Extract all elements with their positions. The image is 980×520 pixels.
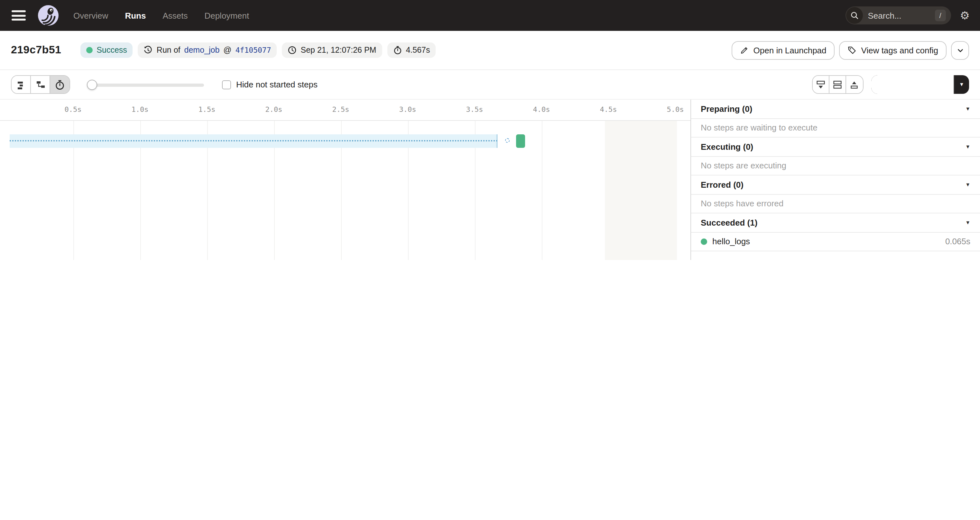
tag-icon [848,46,857,55]
panel-section-header[interactable]: Errored (0)▼ [691,176,980,195]
timestamp-tag: Sep 21, 12:07:26 PM [282,43,382,58]
gantt-view-mode-toggle [11,75,70,94]
axis-tick: 5.0s [662,105,688,114]
step-status-dot-icon [701,238,707,245]
run-main-area: 0.5s1.0s1.5s2.0s2.5s3.0s3.5s4.0s4.5s5.0s… [0,100,980,260]
axis-tick: 4.5s [595,105,621,114]
success-dot-icon [86,47,93,53]
reexecute-dropdown-button[interactable]: ▼ [954,75,969,94]
caret-down-icon: ▼ [965,144,970,150]
axis-tick: 3.0s [395,105,420,114]
nav-item-deployment[interactable]: Deployment [204,11,249,20]
expand-bottom-pane-button[interactable] [846,76,862,93]
run-id-title: 219c7b51 [11,44,61,57]
open-in-launchpad-button[interactable]: Open in Launchpad [732,41,835,59]
section-empty-message: No steps have errored [691,195,980,213]
job-link[interactable]: demo_job [185,46,220,55]
step-marker-dot [505,138,510,143]
hamburger-menu-icon[interactable] [11,10,26,21]
section-empty-message: No steps are waiting to execute [691,119,980,138]
dagster-logo[interactable] [37,5,59,26]
step-execution-bar[interactable] [516,134,525,148]
history-icon [144,46,153,55]
zoom-slider[interactable] [87,79,204,90]
hide-not-started-checkbox[interactable]: Hide not started steps [222,80,318,89]
caret-down-icon: ▼ [965,106,970,112]
step-duration: 0.065s [945,237,970,246]
step-name: hello_logs [712,237,750,246]
nav-item-assets[interactable]: Assets [162,11,188,20]
search-icon [846,7,863,24]
gear-icon[interactable]: ⚙ [960,10,970,21]
flat-view-button[interactable] [11,76,31,93]
zoom-slider-handle[interactable] [87,79,97,90]
run-of-tag: Run of demo_job @ 4f105077 [138,43,277,58]
gantt-chart: 0.5s1.0s1.5s2.0s2.5s3.0s3.5s4.0s4.5s5.0s… [0,100,690,260]
view-tags-config-button[interactable]: View tags and config [839,41,947,59]
pane-layout-toggle [812,75,863,94]
axis-tick: 2.5s [328,105,353,114]
caret-down-icon: ▼ [965,182,970,188]
gridline [541,121,542,260]
gantt-layout-tools: Re-execute all (*) ▼ [812,75,969,94]
commit-link[interactable]: 4f105077 [235,46,271,55]
chevron-down-icon [956,47,964,54]
split-panes-button[interactable] [829,76,846,93]
panel-section-header[interactable]: Preparing (0)▼ [691,100,980,119]
pencil-icon [740,46,749,55]
succeeded-step-row[interactable]: hello_logs0.065s [691,232,980,251]
axis-tick: 1.0s [127,105,153,114]
gantt-toolbar: Hide not started steps Re-execute all (*… [0,70,980,100]
checkbox-icon[interactable] [222,80,231,89]
nav-item-runs[interactable]: Runs [125,11,146,20]
search-placeholder: Search... [868,11,902,20]
axis-tick: 0.5s [60,105,86,114]
top-nav: OverviewRunsAssetsDeployment Search... /… [0,0,980,31]
clock-icon [288,46,297,55]
dagster-run-page: OverviewRunsAssetsDeployment Search... /… [0,0,980,260]
collapse-bottom-pane-button[interactable] [812,76,829,93]
section-title: Executing (0) [701,142,753,152]
more-run-actions-button[interactable] [951,41,969,59]
duration-tag: 4.567s [387,43,436,58]
search-shortcut-badge: / [935,10,946,21]
status-badge: Success [80,43,133,58]
reexecute-all-button[interactable]: Re-execute all (*) ▼ [871,75,969,94]
zoom-slider-track[interactable] [87,83,204,86]
search-input[interactable]: Search... / [845,6,951,24]
step-status-panel: Preparing (0)▼No steps are waiting to ex… [690,100,980,260]
run-tags: Success Run of demo_job @ 4f105077 Sep 2… [80,43,436,58]
timed-view-button[interactable] [50,76,70,93]
run-actions: Open in Launchpad View tags and config [732,41,969,59]
gantt-canvas[interactable] [0,121,690,260]
caret-down-icon: ▼ [965,220,970,226]
axis-tick: 3.5s [462,105,487,114]
stopwatch-icon [393,46,402,55]
gantt-time-axis: 0.5s1.0s1.5s2.0s2.5s3.0s3.5s4.0s4.5s5.0s [0,100,690,121]
section-title: Preparing (0) [701,104,752,114]
section-title: Succeeded (1) [701,218,757,228]
nav-item-overview[interactable]: Overview [73,11,108,20]
axis-tick: 4.0s [528,105,554,114]
waterfall-view-button[interactable] [31,76,50,93]
nav-links: OverviewRunsAssetsDeployment [73,11,249,20]
run-header: 219c7b51 Success Run of demo_job @ 4f105… [0,31,980,70]
after-run-end-region [605,121,677,260]
panel-section-header[interactable]: Succeeded (1)▼ [691,213,980,232]
panel-section-header[interactable]: Executing (0)▼ [691,138,980,157]
section-empty-message: No steps are executing [691,157,980,176]
axis-tick: 2.0s [261,105,287,114]
axis-tick: 1.5s [194,105,220,114]
step-waiting-dotted-line [10,140,497,141]
section-title: Errored (0) [701,180,743,190]
